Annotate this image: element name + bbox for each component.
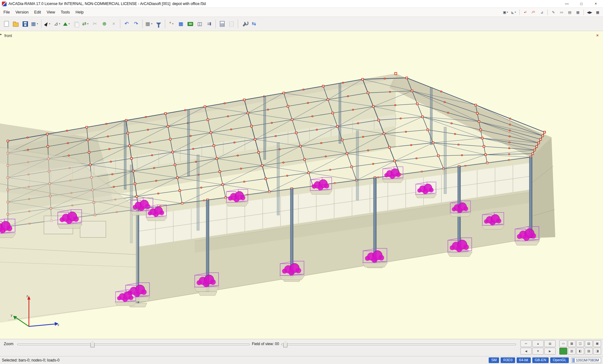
- render-toggle-button[interactable]: [559, 348, 567, 355]
- zoom-slider-track[interactable]: [17, 344, 250, 345]
- pan-right-button[interactable]: ▶: [544, 348, 556, 355]
- calculate-button[interactable]: [217, 19, 227, 29]
- structure-node[interactable]: [222, 184, 224, 185]
- pane-arrows-button[interactable]: ◀▶: [586, 9, 593, 16]
- copy-button[interactable]: [71, 19, 81, 29]
- load-case-button[interactable]: ▪¹: [522, 9, 529, 16]
- structure-node[interactable]: [258, 152, 259, 153]
- report-button[interactable]: [227, 19, 236, 29]
- structure-node[interactable]: [427, 129, 429, 131]
- structure-node[interactable]: [158, 193, 159, 194]
- structure-node[interactable]: [372, 105, 374, 107]
- structure-node[interactable]: [234, 142, 235, 143]
- delete-button[interactable]: ×: [109, 19, 118, 29]
- structure-node[interactable]: [106, 123, 107, 125]
- structure-node[interactable]: [508, 153, 510, 155]
- structure-node[interactable]: [283, 162, 284, 163]
- structure-node[interactable]: [421, 116, 423, 118]
- structure-node[interactable]: [352, 109, 354, 110]
- structure-node[interactable]: [216, 158, 218, 160]
- fov-slider[interactable]: [281, 340, 516, 347]
- viewport-layout-5-button[interactable]: ▣: [593, 340, 601, 347]
- display-list-button[interactable]: ▤: [566, 9, 573, 16]
- cut-button[interactable]: ✂: [90, 19, 100, 29]
- structure-node[interactable]: [332, 112, 334, 114]
- structure-node[interactable]: [195, 161, 197, 163]
- viewport-corner-icon[interactable]: ×: [596, 33, 599, 37]
- zoom-slider[interactable]: [17, 340, 250, 347]
- menu-help[interactable]: Help: [73, 8, 86, 16]
- structure-node[interactable]: [295, 132, 297, 134]
- view-direction-dropdown[interactable]: ◣▼: [510, 9, 518, 16]
- structure-node[interactable]: [316, 129, 318, 130]
- structure-node[interactable]: [129, 145, 131, 147]
- structure-node[interactable]: [167, 126, 169, 127]
- redo-button[interactable]: ↷: [131, 19, 141, 29]
- structure-node[interactable]: [210, 132, 212, 134]
- structure-node[interactable]: [27, 137, 28, 138]
- move-button[interactable]: ⇄▼: [81, 19, 90, 29]
- structure-node[interactable]: [300, 145, 302, 147]
- viewport[interactable]: zxy ▸ front ×: [0, 31, 603, 339]
- structure-node[interactable]: [342, 82, 344, 83]
- structure-node[interactable]: [127, 132, 129, 134]
- structure-node[interactable]: [351, 166, 353, 168]
- undo-button[interactable]: ↶: [122, 19, 131, 29]
- viewport-edge-arrow-icon[interactable]: ▸: [0, 33, 2, 36]
- structure-node[interactable]: [179, 190, 181, 191]
- structure-node[interactable]: [534, 149, 536, 151]
- structure-node[interactable]: [303, 89, 304, 90]
- structure-node[interactable]: [237, 155, 238, 156]
- menu-version[interactable]: Version: [13, 8, 31, 16]
- snap-button[interactable]: *▼: [167, 19, 176, 29]
- structure-node[interactable]: [394, 160, 396, 162]
- viewport-layout-1-button[interactable]: ▭: [559, 340, 567, 347]
- fov-slider-thumb[interactable]: [283, 341, 287, 347]
- menu-file[interactable]: File: [1, 8, 13, 16]
- draw-frame-button[interactable]: ⊿▼: [52, 19, 62, 29]
- fov-slider-track[interactable]: [281, 344, 516, 345]
- structure-node[interactable]: [347, 96, 349, 97]
- structure-node[interactable]: [367, 92, 369, 94]
- structure-node[interactable]: [7, 140, 9, 142]
- table-view-button[interactable]: ▦: [574, 9, 582, 16]
- structure-node[interactable]: [154, 168, 155, 169]
- minimize-button[interactable]: —: [560, 0, 574, 8]
- structure-node[interactable]: [509, 130, 510, 131]
- viewport-layout-4-button[interactable]: ▤: [585, 340, 593, 347]
- structure-node[interactable]: [213, 145, 215, 147]
- structure-node[interactable]: [322, 85, 324, 87]
- structure-node[interactable]: [509, 124, 511, 125]
- structure-node[interactable]: [336, 126, 338, 127]
- structure-node[interactable]: [244, 181, 245, 182]
- viewport-layout-2-button[interactable]: ▦: [568, 340, 576, 347]
- structure-node[interactable]: [87, 139, 89, 141]
- structure-node[interactable]: [383, 133, 385, 135]
- close-button[interactable]: ×: [589, 0, 603, 8]
- menu-view[interactable]: View: [44, 8, 58, 16]
- structure-node[interactable]: [227, 116, 229, 117]
- viewport-layout-7-button[interactable]: ◧: [576, 348, 584, 355]
- new-file-button[interactable]: [2, 19, 11, 29]
- menu-tools[interactable]: Tools: [58, 8, 73, 16]
- structure-node[interactable]: [448, 112, 449, 113]
- structure-node[interactable]: [357, 123, 359, 124]
- structure-node[interactable]: [89, 164, 91, 166]
- structure-node[interactable]: [156, 180, 157, 181]
- structure-node[interactable]: [454, 133, 456, 135]
- structure-node[interactable]: [416, 103, 418, 105]
- support-button[interactable]: ▼: [62, 19, 71, 29]
- structure-node[interactable]: [544, 131, 546, 133]
- structure-node[interactable]: [509, 136, 510, 137]
- filter-button[interactable]: [154, 19, 163, 29]
- structure-node[interactable]: [458, 144, 459, 145]
- structure-node[interactable]: [307, 102, 309, 104]
- structure-node[interactable]: [444, 102, 445, 103]
- menu-edit[interactable]: Edit: [31, 8, 44, 16]
- structure-node[interactable]: [287, 105, 289, 107]
- structure-node[interactable]: [362, 136, 364, 137]
- view-3d-button[interactable]: 3D: [186, 19, 195, 29]
- structure-node[interactable]: [267, 109, 269, 110]
- select-mode-button[interactable]: ▼: [43, 19, 52, 29]
- structure-node[interactable]: [461, 155, 463, 156]
